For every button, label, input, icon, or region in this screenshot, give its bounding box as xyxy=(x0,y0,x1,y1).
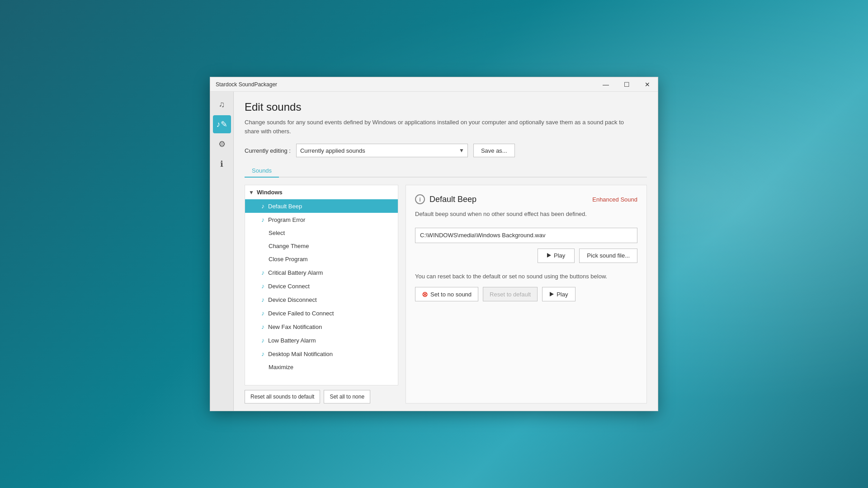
list-item-low-battery[interactable]: ♪ Low Battery Alarm xyxy=(245,333,398,347)
item-label: Select xyxy=(269,230,285,236)
tab-sounds[interactable]: Sounds xyxy=(245,164,279,178)
list-bottom-buttons: Reset all sounds to default Set all to n… xyxy=(245,390,398,404)
list-item-maximize[interactable]: Maximize xyxy=(245,361,398,374)
sound-note-icon: ♪ xyxy=(261,296,264,303)
category-arrow-icon: ▼ xyxy=(249,189,254,196)
item-label: Maximize xyxy=(269,364,293,371)
window-controls: — ☐ ✕ xyxy=(595,77,658,92)
sidebar-icon-settings[interactable]: ⚙ xyxy=(213,135,231,153)
detail-bottom-row: ⊗ Set to no sound Reset to default Play xyxy=(415,287,637,301)
list-item-program-error[interactable]: ♪ Program Error xyxy=(245,213,398,226)
play-button-top[interactable]: Play xyxy=(538,249,575,263)
page-description: Change sounds for any sound events defin… xyxy=(245,118,633,136)
content-area: Edit sounds Change sounds for any sound … xyxy=(234,92,658,411)
sidebar-icon-info[interactable]: ℹ xyxy=(213,155,231,173)
page-title: Edit sounds xyxy=(245,101,647,113)
play-row: Play Pick sound file... xyxy=(415,249,637,263)
list-item-device-failed[interactable]: ♪ Device Failed to Connect xyxy=(245,306,398,320)
close-button[interactable]: ✕ xyxy=(637,77,658,92)
detail-title: Default Beep xyxy=(429,195,592,204)
sound-note-icon: ♪ xyxy=(261,269,264,276)
item-label: Desktop Mail Notification xyxy=(268,351,333,357)
list-item-select[interactable]: Select xyxy=(245,226,398,239)
sound-note-icon: ♪ xyxy=(261,216,264,223)
play-button-bottom[interactable]: Play xyxy=(542,287,576,301)
item-label: Close Program xyxy=(269,256,308,263)
item-label: Program Error xyxy=(268,216,305,223)
play-triangle-icon xyxy=(547,252,551,259)
item-label: Device Failed to Connect xyxy=(268,310,334,317)
info-icon: ℹ xyxy=(220,159,223,169)
sound-list[interactable]: ▼ Windows ♪ Default Beep ♪ Program Error xyxy=(245,185,398,385)
main-split: ▼ Windows ♪ Default Beep ♪ Program Error xyxy=(245,185,647,404)
tabs-row: Sounds xyxy=(245,164,647,178)
set-all-none-button[interactable]: Set all to none xyxy=(324,390,370,404)
editing-row: Currently editing : Currently applied so… xyxy=(245,144,647,157)
item-label: Device Disconnect xyxy=(268,296,317,303)
list-item-new-fax[interactable]: ♪ New Fax Notification xyxy=(245,320,398,333)
pick-sound-button[interactable]: Pick sound file... xyxy=(579,249,637,263)
save-as-button[interactable]: Save as... xyxy=(473,144,515,157)
minimize-button[interactable]: — xyxy=(595,77,616,92)
list-item-close-program[interactable]: Close Program xyxy=(245,253,398,266)
play-triangle-icon-small xyxy=(550,291,554,298)
sound-note-icon: ♪ xyxy=(261,337,264,344)
edit-music-icon: ♪✎ xyxy=(217,119,227,129)
reset-description: You can reset back to the default or set… xyxy=(415,272,637,281)
editing-dropdown[interactable]: Currently applied sounds xyxy=(296,144,468,157)
sidebar-icon-edit[interactable]: ♪✎ xyxy=(213,115,231,133)
app-title: Stardock SoundPackager xyxy=(216,81,595,88)
file-path-input[interactable] xyxy=(415,228,637,243)
music-icon: ♫ xyxy=(219,100,225,109)
item-label: Low Battery Alarm xyxy=(268,337,316,344)
item-label: Default Beep xyxy=(268,203,302,210)
item-label: New Fax Notification xyxy=(268,324,322,330)
set-no-sound-button[interactable]: ⊗ Set to no sound xyxy=(415,287,478,301)
item-label: Device Connect xyxy=(268,283,310,290)
reset-all-button[interactable]: Reset all sounds to default xyxy=(245,390,320,404)
list-item-device-connect[interactable]: ♪ Device Connect xyxy=(245,279,398,293)
list-item-critical-battery[interactable]: ♪ Critical Battery Alarm xyxy=(245,266,398,279)
list-item-change-theme[interactable]: Change Theme xyxy=(245,239,398,253)
app-body: ♫ ♪✎ ⚙ ℹ Edit sounds Change sounds for a… xyxy=(210,92,658,411)
enhanced-sound-label: Enhanced Sound xyxy=(592,196,637,203)
editing-dropdown-wrapper: Currently applied sounds ▼ xyxy=(296,144,468,157)
sound-note-icon: ♪ xyxy=(261,323,264,330)
detail-panel: i Default Beep Enhanced Sound Default be… xyxy=(406,185,647,404)
list-item-device-disconnect[interactable]: ♪ Device Disconnect xyxy=(245,293,398,306)
reset-default-button[interactable]: Reset to default xyxy=(483,287,538,301)
sidebar: ♫ ♪✎ ⚙ ℹ xyxy=(210,92,234,411)
gear-icon: ⚙ xyxy=(218,139,226,149)
detail-header: i Default Beep Enhanced Sound xyxy=(415,194,637,204)
editing-label: Currently editing : xyxy=(245,147,291,154)
list-item-default-beep[interactable]: ♪ Default Beep xyxy=(245,199,398,213)
detail-description: Default beep sound when no other sound e… xyxy=(415,210,637,219)
windows-category[interactable]: ▼ Windows xyxy=(245,185,398,199)
category-label: Windows xyxy=(257,189,283,196)
sound-note-icon: ♪ xyxy=(261,350,264,357)
maximize-button[interactable]: ☐ xyxy=(616,77,637,92)
sidebar-icon-music[interactable]: ♫ xyxy=(213,95,231,113)
app-window: Stardock SoundPackager — ☐ ✕ ♫ ♪✎ ⚙ ℹ Ed… xyxy=(210,77,658,411)
sound-note-icon: ♪ xyxy=(261,282,264,290)
sound-note-icon: ♪ xyxy=(261,202,264,210)
item-label: Critical Battery Alarm xyxy=(268,269,323,276)
titlebar: Stardock SoundPackager — ☐ ✕ xyxy=(210,77,658,92)
no-sound-icon: ⊗ xyxy=(422,290,428,299)
item-label: Change Theme xyxy=(269,243,309,249)
sound-note-icon: ♪ xyxy=(261,310,264,317)
detail-info-icon: i xyxy=(415,194,425,204)
sound-list-container: ▼ Windows ♪ Default Beep ♪ Program Error xyxy=(245,185,398,404)
list-item-desktop-mail[interactable]: ♪ Desktop Mail Notification xyxy=(245,347,398,361)
